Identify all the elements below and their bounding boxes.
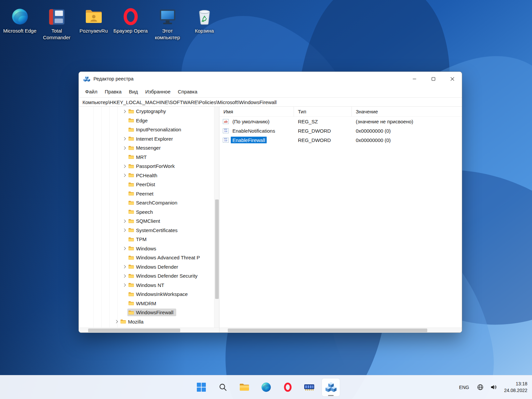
tree-item[interactable]: Speech bbox=[79, 207, 214, 217]
registry-value-row[interactable]: (По умолчанию) REG_SZ (значение не присв… bbox=[219, 117, 462, 126]
menu-item[interactable]: Вид bbox=[125, 86, 142, 97]
values-horizontal-scrollbar[interactable] bbox=[219, 328, 462, 332]
tree-horizontal-scrollbar-thumb[interactable] bbox=[88, 329, 180, 332]
registry-value-row[interactable]: EnableNotifications REG_DWORD 0x00000000… bbox=[219, 126, 462, 135]
user-folder-icon bbox=[84, 3, 103, 26]
desktop-icon-opera[interactable]: Браузер Opera bbox=[112, 2, 149, 41]
tree-item[interactable]: Internet Explorer bbox=[79, 134, 214, 144]
chevron-right-icon[interactable] bbox=[121, 117, 127, 123]
chevron-right-icon[interactable] bbox=[121, 310, 127, 316]
tree-item-label: Speech bbox=[136, 209, 153, 215]
chevron-right-icon[interactable] bbox=[121, 154, 127, 160]
chevron-right-icon[interactable] bbox=[121, 245, 127, 251]
tree-item[interactable]: PeerDist bbox=[79, 180, 214, 189]
menu-item[interactable]: Файл bbox=[81, 86, 101, 97]
chevron-right-icon[interactable] bbox=[121, 145, 127, 151]
chevron-right-icon[interactable] bbox=[121, 264, 127, 270]
menubar: ФайлПравкаВидИзбранноеСправка bbox=[79, 86, 462, 97]
tree-item[interactable]: Cryptography bbox=[79, 107, 214, 116]
tree-item[interactable]: Edge bbox=[79, 116, 214, 125]
tree-item-inner: Messenger bbox=[127, 144, 163, 152]
tree-item[interactable]: Windows NT bbox=[79, 281, 214, 290]
desktop-icon-recycle-bin[interactable]: Корзина bbox=[186, 2, 223, 41]
network-icon[interactable] bbox=[476, 382, 484, 393]
folder-icon bbox=[128, 173, 134, 178]
maximize-button[interactable] bbox=[424, 72, 443, 86]
chevron-right-icon[interactable] bbox=[121, 209, 127, 215]
chevron-right-icon[interactable] bbox=[113, 319, 119, 325]
registry-value-row[interactable]: EnableFirewall REG_DWORD 0x00000000 (0) bbox=[219, 135, 462, 145]
folder-icon bbox=[128, 264, 134, 269]
tree-vertical-scrollbar[interactable] bbox=[214, 107, 219, 328]
folder-icon bbox=[128, 228, 134, 232]
values-horizontal-scrollbar-thumb[interactable] bbox=[228, 329, 427, 332]
chevron-right-icon[interactable] bbox=[121, 163, 127, 169]
tree-item[interactable]: SystemCertificates bbox=[79, 226, 214, 235]
titlebar[interactable]: Редактор реестра bbox=[79, 72, 462, 86]
regedit-button[interactable] bbox=[322, 378, 340, 396]
tree-vertical-scrollbar-thumb[interactable] bbox=[215, 200, 219, 299]
chevron-right-icon[interactable] bbox=[121, 127, 127, 133]
desktop-icon-this-pc[interactable]: Этот компьютер bbox=[149, 2, 186, 41]
search-icon bbox=[218, 383, 227, 392]
chevron-right-icon[interactable] bbox=[121, 108, 127, 114]
chevron-right-icon[interactable] bbox=[121, 218, 127, 224]
tree-item[interactable]: Windows Defender bbox=[79, 262, 214, 272]
desktop-icon-total-commander[interactable]: Total Commander bbox=[38, 2, 75, 41]
tree-item[interactable]: WindowsFirewall bbox=[79, 308, 214, 317]
tree-item[interactable]: Windows bbox=[79, 244, 214, 253]
tree-item[interactable]: Peernet bbox=[79, 189, 214, 199]
chevron-right-icon[interactable] bbox=[121, 255, 127, 261]
start-button[interactable] bbox=[192, 378, 210, 396]
language-indicator[interactable]: ENG bbox=[457, 382, 471, 393]
file-explorer-button[interactable] bbox=[235, 378, 253, 396]
tree-item[interactable]: PassportForWork bbox=[79, 162, 214, 171]
tree-item-label: Messenger bbox=[136, 145, 161, 151]
menu-item[interactable]: Избранное bbox=[142, 86, 174, 97]
menu-item[interactable]: Справка bbox=[174, 86, 201, 97]
tree-item[interactable]: Windows Advanced Threat P bbox=[79, 253, 214, 262]
value-data: 0x00000000 (0) bbox=[352, 128, 462, 134]
chevron-right-icon[interactable] bbox=[121, 182, 127, 188]
tree-item[interactable]: SQMClient bbox=[79, 216, 214, 226]
chevron-right-icon[interactable] bbox=[121, 282, 127, 288]
chevron-right-icon[interactable] bbox=[121, 227, 127, 233]
clock[interactable]: 13:18 24.08.2022 bbox=[503, 379, 529, 396]
desktop-icon-poznyaevru[interactable]: PoznyaevRu bbox=[75, 2, 112, 41]
chevron-right-icon[interactable] bbox=[121, 172, 127, 178]
minimize-button[interactable] bbox=[405, 72, 424, 86]
column-header[interactable]: Тип bbox=[294, 107, 352, 116]
address-bar[interactable]: Компьютер\HKEY_LOCAL_MACHINE\SOFTWARE\Po… bbox=[79, 97, 462, 107]
chevron-right-icon[interactable] bbox=[121, 200, 127, 206]
volume-icon[interactable] bbox=[489, 382, 498, 393]
tree-item[interactable]: WindowsInkWorkspace bbox=[79, 290, 214, 299]
tree-item[interactable]: PCHealth bbox=[79, 171, 214, 180]
column-header[interactable]: Имя bbox=[219, 107, 294, 116]
chevron-right-icon[interactable] bbox=[121, 273, 127, 279]
tree-item[interactable]: MRT bbox=[79, 153, 214, 162]
tree-item[interactable]: Messenger bbox=[79, 143, 214, 153]
opera-button[interactable] bbox=[279, 378, 297, 396]
search-button[interactable] bbox=[214, 378, 232, 396]
menu-item[interactable]: Правка bbox=[101, 86, 125, 97]
close-button[interactable] bbox=[443, 72, 462, 86]
tree-item[interactable]: Mozilla bbox=[79, 317, 214, 327]
chevron-right-icon[interactable] bbox=[121, 136, 127, 142]
chevron-right-icon[interactable] bbox=[121, 236, 127, 242]
tree-horizontal-scrollbar[interactable] bbox=[79, 328, 219, 332]
total-commander-icon bbox=[48, 3, 66, 26]
tree-item[interactable]: InputPersonalization bbox=[79, 125, 214, 134]
regedit-window: Редактор реестра ФайлПравкаВидИзбранноеС… bbox=[78, 71, 462, 333]
desktop-icon-microsoft-edge[interactable]: Microsoft Edge bbox=[1, 2, 38, 41]
tree-item[interactable]: WMDRM bbox=[79, 299, 214, 308]
chevron-right-icon[interactable] bbox=[121, 291, 127, 297]
tree-item[interactable]: Windows Defender Security bbox=[79, 271, 214, 281]
chevron-right-icon[interactable] bbox=[121, 191, 127, 197]
column-header[interactable]: Значение bbox=[352, 107, 462, 116]
chevron-right-icon[interactable] bbox=[121, 300, 127, 306]
value-type-icon bbox=[223, 138, 229, 143]
tree-item[interactable]: TPM bbox=[79, 235, 214, 244]
edge-button[interactable] bbox=[257, 378, 275, 396]
ram-tool-button[interactable] bbox=[300, 378, 318, 396]
tree-item[interactable]: SearchCompanion bbox=[79, 198, 214, 207]
